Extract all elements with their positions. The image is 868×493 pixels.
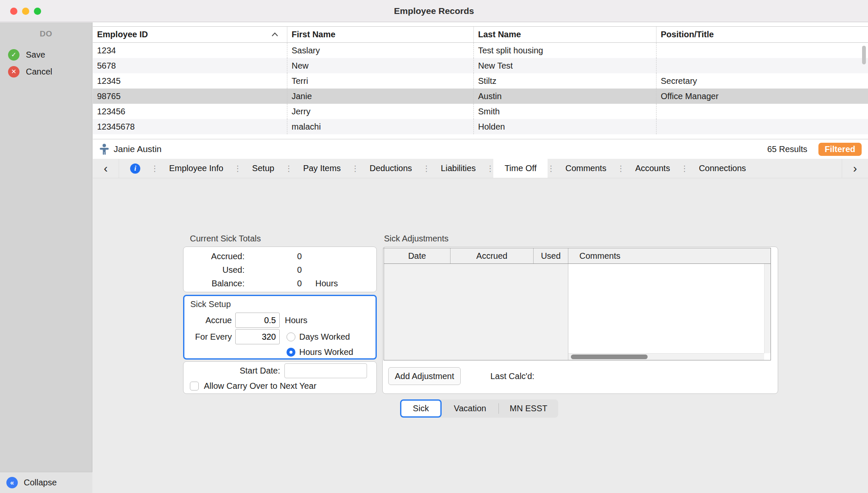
column-label: Last Name bbox=[478, 30, 521, 39]
filtered-badge[interactable]: Filtered bbox=[818, 143, 862, 156]
table-cell: 12345678 bbox=[93, 119, 287, 134]
adjustments-list-area bbox=[384, 264, 568, 360]
minimize-window-button[interactable] bbox=[22, 8, 29, 15]
tab-sick[interactable]: Sick bbox=[400, 399, 442, 418]
comments-horizontal-scrollbar[interactable] bbox=[568, 353, 764, 360]
column-label: Position/Title bbox=[661, 30, 714, 39]
tab-liabilities[interactable]: Liabilities bbox=[430, 159, 487, 178]
tab-pay-items[interactable]: Pay Items bbox=[292, 159, 352, 178]
column-header-employee-id[interactable]: Employee ID bbox=[93, 27, 287, 42]
column-header-first-name[interactable]: First Name bbox=[287, 27, 474, 42]
add-adjustment-button[interactable]: Add Adjustment bbox=[388, 367, 461, 385]
hours-worked-radio[interactable] bbox=[287, 348, 295, 357]
employee-table-body: 1234 Saslary Test split housing 5678 New… bbox=[93, 43, 868, 134]
table-scrollbar-thumb[interactable] bbox=[862, 46, 866, 64]
start-date-row: Start Date: bbox=[184, 363, 376, 378]
time-off-panel: Current Sick Totals Accrued: 0 Used: 0 B… bbox=[93, 178, 868, 493]
tab-handle-icon[interactable]: ⋮ bbox=[548, 159, 554, 178]
accrue-row: Accrue Hours bbox=[184, 313, 376, 328]
table-cell: Secretary bbox=[657, 73, 868, 89]
table-cell: 1234 bbox=[93, 43, 287, 58]
accrue-hours-input[interactable] bbox=[235, 313, 280, 328]
column-header-last-name[interactable]: Last Name bbox=[474, 27, 657, 42]
table-row-selected[interactable]: 98765 Janie Austin Office Manager bbox=[93, 89, 868, 104]
days-worked-label: Days Worked bbox=[299, 332, 350, 342]
carry-over-checkbox[interactable] bbox=[190, 382, 199, 391]
tab-handle-icon[interactable]: ⋮ bbox=[487, 159, 493, 178]
column-label: Employee ID bbox=[97, 30, 148, 39]
tab-strip: ‹ i ⋮ Employee Info ⋮ Setup ⋮ Pay Items … bbox=[93, 159, 868, 178]
carry-over-label: Allow Carry Over to Next Year bbox=[204, 381, 317, 391]
tab-employee-info[interactable]: Employee Info bbox=[158, 159, 234, 178]
column-header-position-title[interactable]: Position/Title bbox=[657, 27, 868, 42]
adjustments-table-header: Date Accrued Used Comments bbox=[384, 248, 771, 264]
table-row[interactable]: 123456 Jerry Smith bbox=[93, 104, 868, 119]
column-label: First Name bbox=[292, 30, 335, 39]
totals-row: Used: 0 bbox=[184, 263, 376, 277]
adjustments-comments-area[interactable] bbox=[568, 264, 771, 360]
close-window-button[interactable] bbox=[10, 8, 17, 15]
tab-info[interactable]: i bbox=[119, 159, 151, 178]
totals-label: Balance: bbox=[184, 279, 245, 288]
tab-handle-icon[interactable]: ⋮ bbox=[618, 159, 624, 178]
tab-mn-esst[interactable]: MN ESST bbox=[499, 399, 558, 418]
table-cell: 12345 bbox=[93, 73, 287, 89]
table-cell: Saslary bbox=[287, 43, 474, 58]
totals-label: Accrued: bbox=[184, 252, 245, 261]
table-cell: Stiltz bbox=[474, 73, 657, 89]
cancel-button[interactable]: ✕ Cancel bbox=[0, 63, 92, 80]
save-check-icon: ✓ bbox=[8, 49, 19, 61]
table-cell: Austin bbox=[474, 89, 657, 104]
accrue-label: Accrue bbox=[184, 316, 232, 325]
do-header: DO bbox=[0, 29, 92, 39]
tab-label: Pay Items bbox=[303, 163, 341, 173]
table-row[interactable]: 1234 Saslary Test split housing bbox=[93, 43, 868, 58]
record-bar: Janie Austin 65 Results Filtered bbox=[93, 139, 868, 159]
adjustments-table-body bbox=[384, 264, 771, 360]
tab-handle-icon[interactable]: ⋮ bbox=[234, 159, 241, 178]
tab-deductions[interactable]: Deductions bbox=[359, 159, 423, 178]
tab-handle-icon[interactable]: ⋮ bbox=[151, 159, 158, 178]
info-icon: i bbox=[130, 163, 140, 174]
save-button[interactable]: ✓ Save bbox=[0, 46, 92, 63]
cancel-x-icon: ✕ bbox=[8, 66, 19, 78]
tab-handle-icon[interactable]: ⋮ bbox=[285, 159, 292, 178]
tab-label: Time Off bbox=[504, 163, 537, 173]
main-area: Employee ID First Name Last Name Positio… bbox=[93, 22, 868, 493]
sort-ascending-icon bbox=[271, 32, 278, 37]
adjustments-table: Date Accrued Used Comments bbox=[384, 248, 771, 360]
tab-vacation[interactable]: Vacation bbox=[442, 399, 498, 418]
totals-row: Balance: 0 Hours bbox=[184, 277, 376, 290]
tab-handle-icon[interactable]: ⋮ bbox=[423, 159, 430, 178]
start-date-input[interactable] bbox=[284, 363, 367, 378]
table-row[interactable]: 12345678 malachi Holden bbox=[93, 119, 868, 134]
comments-vertical-scrollbar[interactable] bbox=[764, 264, 771, 353]
tabs-scroll-left-button[interactable]: ‹ bbox=[93, 159, 119, 178]
for-every-row: For Every Days Worked bbox=[184, 329, 376, 344]
table-cell: Office Manager bbox=[657, 89, 868, 104]
table-cell: Test split housing bbox=[474, 43, 657, 58]
table-row[interactable]: 12345 Terri Stiltz Secretary bbox=[93, 73, 868, 89]
tab-label: Employee Info bbox=[169, 163, 223, 173]
tabs-scroll-right-button[interactable]: › bbox=[842, 159, 868, 178]
horizontal-scrollbar-thumb[interactable] bbox=[571, 355, 648, 359]
time-off-category-tabs: Sick Vacation MN ESST bbox=[400, 399, 558, 418]
days-worked-radio[interactable] bbox=[287, 332, 295, 341]
tab-label: Comments bbox=[565, 163, 606, 173]
table-cell: Jerry bbox=[287, 104, 474, 119]
tab-handle-icon[interactable]: ⋮ bbox=[352, 159, 359, 178]
collapse-button[interactable]: « Collapse bbox=[0, 472, 92, 493]
tab-time-off[interactable]: Time Off bbox=[493, 159, 548, 178]
tab-handle-icon[interactable]: ⋮ bbox=[681, 159, 688, 178]
zoom-window-button[interactable] bbox=[34, 8, 41, 15]
last-calcd-label: Last Calc'd: bbox=[490, 371, 534, 381]
tab-setup[interactable]: Setup bbox=[241, 159, 285, 178]
table-cell: Smith bbox=[474, 104, 657, 119]
tab-accounts[interactable]: Accounts bbox=[624, 159, 681, 178]
for-every-input[interactable] bbox=[235, 329, 280, 344]
title-bar: Employee Records bbox=[0, 0, 868, 22]
table-cell: New Test bbox=[474, 58, 657, 73]
tab-comments[interactable]: Comments bbox=[554, 159, 618, 178]
tab-connections[interactable]: Connections bbox=[688, 159, 757, 178]
table-row[interactable]: 5678 New New Test bbox=[93, 58, 868, 73]
